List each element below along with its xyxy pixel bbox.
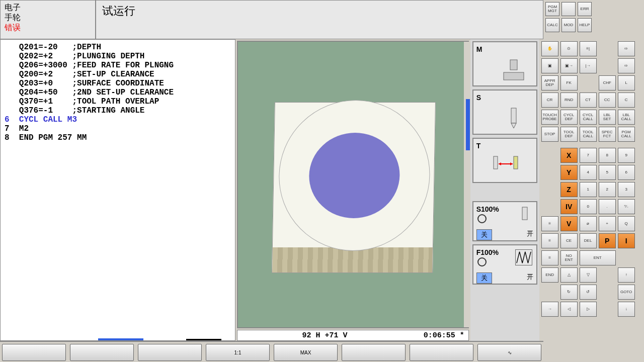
fn-key[interactable]: ≡| bbox=[580, 41, 597, 56]
keypad-key[interactable]: 7 bbox=[580, 148, 597, 163]
keypad-key[interactable]: △ bbox=[560, 267, 578, 283]
help-key[interactable]: HELP bbox=[578, 18, 592, 32]
keypad-key[interactable]: IV bbox=[560, 199, 578, 214]
keypad-key[interactable]: Z bbox=[560, 182, 578, 197]
softkey[interactable] bbox=[410, 344, 473, 361]
fn-key[interactable]: CHF bbox=[599, 75, 616, 90]
3d-simulation-viewport[interactable] bbox=[237, 41, 468, 328]
fn-key[interactable]: |→ bbox=[580, 58, 597, 73]
softkey[interactable] bbox=[342, 344, 406, 361]
status-time: 0:06:55 * bbox=[424, 331, 464, 339]
softkey[interactable]: 1:1 bbox=[206, 344, 270, 361]
softkey[interactable]: ∿ bbox=[477, 344, 541, 361]
t-panel[interactable]: T bbox=[472, 138, 537, 183]
fn-key[interactable]: ✋ bbox=[541, 41, 558, 56]
viewport-scrollbar[interactable] bbox=[464, 42, 470, 327]
s-on-button[interactable]: 开 bbox=[527, 229, 533, 240]
fn-key[interactable]: ⊙ bbox=[560, 41, 578, 56]
keypad-key[interactable]: ≡ bbox=[541, 216, 558, 231]
fn-key[interactable]: SPEC FCT bbox=[599, 127, 616, 142]
softkey[interactable] bbox=[70, 344, 134, 361]
keypad-key[interactable]: DEL bbox=[580, 233, 597, 248]
mod-key[interactable]: MOD bbox=[561, 18, 576, 32]
keypad-key[interactable]: NO ENT bbox=[560, 250, 578, 265]
keypad-key[interactable]: ⌀ bbox=[580, 216, 597, 231]
f100-panel[interactable]: F100% 关 开 bbox=[472, 244, 537, 285]
keypad-key[interactable]: ↻ bbox=[560, 285, 578, 300]
keypad-key[interactable]: V bbox=[560, 216, 578, 231]
keypad-key[interactable]: ≡ bbox=[541, 250, 558, 265]
fn-key[interactable]: ▣ bbox=[541, 58, 558, 73]
keypad-key[interactable]: . bbox=[599, 199, 616, 214]
fn-key[interactable]: CR bbox=[541, 93, 558, 108]
fn-key[interactable]: LBL CALL bbox=[618, 110, 635, 125]
mode-line1: 电子 bbox=[5, 3, 91, 13]
svg-rect-1 bbox=[504, 72, 524, 80]
fn-key[interactable]: CC bbox=[599, 93, 616, 108]
keypad-key[interactable]: CE bbox=[560, 233, 578, 248]
keypad-key[interactable]: 1 bbox=[580, 182, 597, 197]
fn-key[interactable]: ⇨ bbox=[618, 41, 635, 56]
keypad-key[interactable]: END bbox=[541, 267, 558, 283]
f-on-button[interactable]: 开 bbox=[527, 273, 533, 284]
fn-key[interactable]: CYCL DEF bbox=[560, 110, 578, 125]
progress-indicator bbox=[98, 338, 143, 340]
fn-key[interactable]: TOUCH PROBE bbox=[541, 110, 558, 125]
keypad-key[interactable]: X bbox=[560, 148, 578, 163]
keypad-key[interactable]: 9 bbox=[618, 148, 635, 163]
keypad-key[interactable]: ↓ bbox=[618, 302, 635, 317]
fn-key[interactable]: C bbox=[618, 93, 635, 108]
s100-panel[interactable]: S100% 关 开 bbox=[472, 201, 537, 241]
keypad-key[interactable]: P bbox=[599, 233, 616, 248]
s-off-button[interactable]: 关 bbox=[476, 229, 492, 240]
fn-key[interactable]: ⇨ bbox=[618, 58, 635, 73]
fn-key[interactable]: TOOL DEF bbox=[560, 127, 578, 142]
keypad-key[interactable]: ENT bbox=[580, 250, 616, 265]
keypad-key[interactable]: Y bbox=[560, 165, 578, 180]
fn-key[interactable]: LBL SET bbox=[599, 110, 616, 125]
keypad-key[interactable]: 6 bbox=[618, 165, 635, 180]
keypad-key[interactable]: 4 bbox=[580, 165, 597, 180]
fn-key[interactable]: TOOL CALL bbox=[580, 127, 597, 142]
pgm-mgt-key[interactable]: PGM MGT bbox=[545, 2, 559, 16]
fn-key[interactable]: CYCL CALL bbox=[580, 110, 597, 125]
keypad-key[interactable]: Q bbox=[618, 216, 635, 231]
keypad-key[interactable]: ⁺⁄₋ bbox=[618, 199, 635, 214]
softkey[interactable] bbox=[138, 344, 202, 361]
keypad-key[interactable]: ↺ bbox=[580, 285, 597, 300]
fn-key[interactable]: ▣→ bbox=[560, 58, 578, 73]
calc-key[interactable]: CALC bbox=[545, 18, 559, 32]
keypad-key[interactable]: I bbox=[618, 233, 635, 248]
svg-rect-5 bbox=[514, 156, 518, 169]
blank-key[interactable] bbox=[561, 2, 576, 16]
nc-code-listing[interactable]: Q201=-20 ;DEPTH Q202=+2 ;PLUNGING DEPTH … bbox=[0, 39, 235, 341]
keypad-key[interactable]: → bbox=[541, 302, 558, 317]
m-panel[interactable]: M bbox=[472, 41, 537, 86]
scroll-thumb[interactable] bbox=[466, 99, 470, 150]
softkey[interactable] bbox=[2, 344, 66, 361]
keypad-key[interactable]: + bbox=[599, 216, 616, 231]
keypad-key[interactable]: 5 bbox=[599, 165, 616, 180]
fn-key[interactable]: L bbox=[618, 75, 635, 90]
keypad-key[interactable]: 3 bbox=[618, 182, 635, 197]
keypad-key[interactable]: ▽ bbox=[580, 267, 597, 283]
fn-key[interactable]: RND bbox=[560, 93, 578, 108]
fn-key[interactable]: CT bbox=[580, 93, 597, 108]
keypad-key[interactable]: 2 bbox=[599, 182, 616, 197]
code-line: Q204=+50 ;2ND SET-UP CLEARANCE bbox=[5, 88, 231, 97]
softkey[interactable]: MAX bbox=[274, 344, 338, 361]
keypad-key[interactable]: ▷ bbox=[580, 302, 597, 317]
keypad-key[interactable]: 0 bbox=[580, 199, 597, 214]
keypad-key[interactable]: ◁ bbox=[560, 302, 578, 317]
fn-key[interactable]: STOP bbox=[541, 127, 558, 142]
fn-key[interactable]: PGM CALL bbox=[618, 127, 635, 142]
f-off-button[interactable]: 关 bbox=[476, 273, 492, 284]
err-key[interactable]: ERR bbox=[578, 2, 592, 16]
keypad-key[interactable]: ↑ bbox=[618, 267, 635, 283]
s-panel[interactable]: S bbox=[472, 89, 537, 135]
keypad-key[interactable]: GOTO bbox=[618, 285, 635, 300]
keypad-key[interactable]: 8 bbox=[599, 148, 616, 163]
fn-key[interactable]: APPR DEP bbox=[541, 75, 558, 90]
fn-key[interactable]: FK bbox=[560, 75, 578, 90]
keypad-key[interactable]: ≡ bbox=[541, 233, 558, 248]
